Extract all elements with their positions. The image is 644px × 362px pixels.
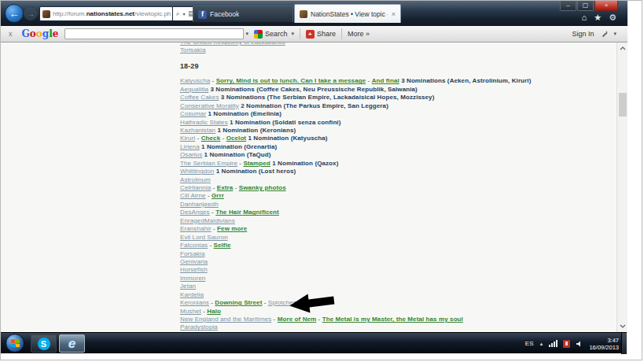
nation-link[interactable]: The Serbian Empire [180,160,237,167]
show-desktop-button[interactable] [621,333,627,354]
topic-link[interactable]: The Hair Magnificent [215,209,279,216]
close-button[interactable]: × [594,1,618,11]
nation-link[interactable]: Forsakia [180,250,204,257]
topic-link[interactable]: Halo [207,308,221,315]
nation-link[interactable]: New England and the Maritimes [180,316,271,323]
nation-link[interactable]: Genivaria [180,258,208,265]
separator-text: - [233,184,238,191]
settings-gear-icon[interactable]: ⚙ [609,13,616,23]
favorites-star-icon[interactable]: ★ [594,13,602,23]
nation-link[interactable]: Katyuscha [180,77,210,84]
forum-line: Kardelia [180,291,531,299]
google-search-icon [254,30,263,39]
nation-link[interactable]: Liriena [180,143,200,150]
toolbar-share-button[interactable]: + Share [300,26,341,42]
forum-line: Falconias - Selfie [180,242,531,249]
windows-logo-icon [11,339,20,348]
chevron-down-icon[interactable]: ▾ [183,12,186,17]
toolbar-options[interactable]: ▾ [602,30,616,38]
separator-text: - [208,242,213,249]
tab-facebook[interactable]: f Facebook [193,6,293,22]
volume-icon[interactable] [576,340,583,348]
nation-link[interactable]: Kardelia [180,291,204,298]
action-center-icon[interactable] [563,340,570,348]
separator-text: - [195,135,201,142]
start-button[interactable] [6,334,24,353]
home-icon[interactable]: ⌂ [582,13,587,23]
separator-text: - [206,192,212,199]
scroll-down-icon[interactable] [617,320,628,332]
topic-link[interactable]: Stamped [243,160,270,167]
sign-in-link[interactable]: Sign In [572,30,594,38]
forum-line [180,55,531,62]
vertical-scrollbar[interactable] [616,42,627,332]
nation-link[interactable]: Keronians [180,299,209,306]
canvas-margin [628,1,642,360]
nation-link[interactable]: Whittingdon [180,168,214,175]
address-bar[interactable]: http://forum.nationstates.net/viewtopic.… [39,6,173,21]
nation-link[interactable]: Conserative Morality [180,102,239,109]
toolbar-close-icon[interactable]: x [9,30,13,38]
forum-line: DesAnges - The Hair Magnificent [180,209,531,216]
topic-link[interactable]: Swanky photos [239,184,286,191]
browser-action-icons: ⌂ ★ ⚙ [582,13,616,23]
topic-link[interactable]: More of Nem [278,316,317,323]
topic-link[interactable]: And final [372,77,399,84]
topic-link[interactable]: Check [201,135,221,142]
toolbar-more-button[interactable]: More » [342,26,375,42]
network-icon[interactable] [549,340,558,347]
scrollbar-thumb[interactable] [619,93,627,116]
nation-link[interactable]: Coffee Cakes [180,94,219,101]
nation-link[interactable]: Astrolinum [180,176,211,183]
maximize-button[interactable]: ▢ [577,1,594,11]
nation-link[interactable]: DesAnges [180,209,210,216]
topic-link[interactable]: Grrr [212,192,224,199]
nation-link[interactable]: Cosumar [180,110,206,117]
scroll-up-icon[interactable] [617,42,628,54]
topic-link[interactable]: Sorry, Mind is out to lunch. Can I take … [216,77,366,84]
topic-link[interactable]: Selfie [214,242,231,249]
topic-link[interactable]: The Metal is my Master, the Metal has my… [322,316,463,323]
taskbar-skype-button[interactable]: S [31,334,57,353]
nation-link[interactable]: Kiruri [180,135,195,142]
nation-link[interactable]: Kazhanistan [180,127,215,134]
search-icon[interactable]: ⌕ [176,10,180,17]
nation-link[interactable]: Mushet [180,308,201,315]
nation-link[interactable]: Aequalitia [180,86,208,93]
nomination-text: 1 Nomination (Keronians) [215,127,296,134]
topic-link[interactable]: Ocelot [226,135,247,142]
nation-link[interactable]: Immoren [180,275,205,282]
minimize-button[interactable]: – [560,1,576,11]
back-button[interactable]: ← [5,4,24,23]
nation-link[interactable]: Falconias [180,242,208,249]
toolbar-search-button[interactable]: Search ▾ [248,26,300,42]
toolbar-search-input[interactable] [64,28,244,39]
topic-link[interactable]: Extra [217,184,234,191]
nation-link[interactable]: Jetan [180,283,196,290]
taskbar-ie-button[interactable]: e [59,334,85,353]
forum-line: Mushet - Halo [180,308,531,316]
nation-link[interactable]: Danhanjeedh [180,201,219,208]
nation-link[interactable]: Celritannia [180,184,211,191]
forum-line: Astrolinum [180,176,531,184]
close-tab-icon[interactable]: × [392,10,396,18]
topic-link[interactable]: Few more [217,225,247,232]
nation-link[interactable]: EnragedMaldivians [180,217,235,224]
nation-link[interactable]: Paradystopia [180,323,218,331]
nation-link[interactable]: Hathradic States [180,119,228,126]
forward-button[interactable]: → [24,6,38,20]
nation-link[interactable]: Evil Lord Sauron [180,234,228,241]
nation-link[interactable]: The United Kingdomy of Lackakantis [180,42,285,46]
tab-nationstates[interactable]: NationStates • View topic - ... × [294,4,401,23]
forum-line: Hathradic States 1 Nomination (Soldati s… [180,119,531,127]
forum-line: Danhanjeedh [180,201,531,209]
nation-link[interactable]: Osarius [180,151,202,158]
hidden-icons-chevron[interactable]: ▲ [539,342,544,346]
nation-link[interactable]: Horsefish [180,266,208,273]
nation-link[interactable]: Torisakia [180,46,205,54]
language-indicator[interactable]: ES [525,340,534,347]
clock[interactable]: 3:47 16/09/2013 [589,337,619,351]
topic-link[interactable]: Downing Street [215,299,262,306]
nation-link[interactable]: Cill Airne [180,192,206,199]
nation-link[interactable]: Eranshahir [180,225,212,232]
